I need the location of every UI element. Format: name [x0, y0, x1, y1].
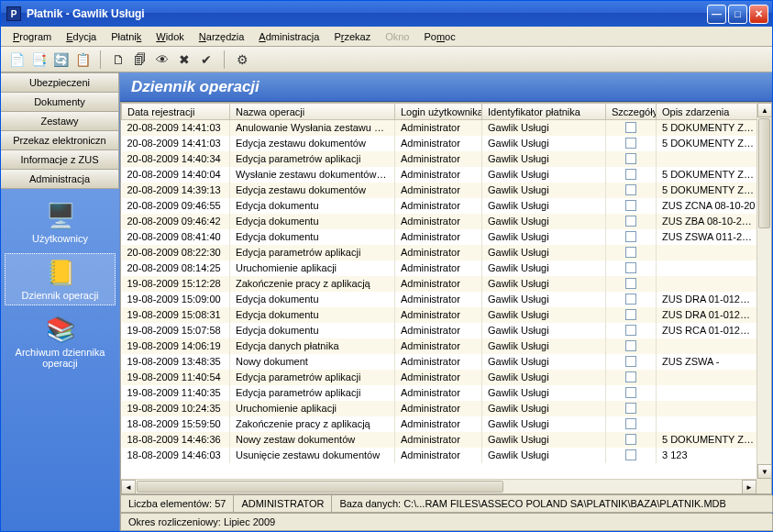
table-row[interactable]: 19-08-2009 14:06:19Edycja danych płatnik… — [122, 338, 757, 354]
toolbar-btn-3[interactable]: 🔄 — [50, 50, 71, 70]
cell-details[interactable] — [606, 338, 657, 354]
table-row[interactable]: 19-08-2009 15:07:58Edycja dokumentuAdmin… — [122, 323, 757, 338]
sidebar-tab-administracja[interactable]: Administracja — [1, 169, 119, 189]
cell-details[interactable] — [606, 416, 657, 432]
table-row[interactable]: 19-08-2009 15:09:00Edycja dokumentuAdmin… — [122, 292, 757, 307]
sidebar-item-archiwum[interactable]: 📚 Archiwum dziennika operacji — [5, 311, 116, 372]
checkbox-icon[interactable] — [625, 403, 636, 414]
toolbar-check-icon[interactable]: ✔ — [196, 50, 216, 70]
checkbox-icon[interactable] — [625, 184, 636, 195]
col-description[interactable]: Opis zdarzenia — [657, 104, 757, 120]
cell-details[interactable] — [606, 432, 657, 448]
checkbox-icon[interactable] — [625, 387, 636, 398]
menu-administracja[interactable]: Administracja — [252, 29, 326, 44]
menu-program[interactable]: Program — [6, 29, 58, 44]
menu-platnik[interactable]: Płatnik — [105, 29, 148, 44]
hscroll-thumb[interactable] — [137, 481, 503, 493]
table-row[interactable]: 19-08-2009 15:08:31Edycja dokumentuAdmin… — [122, 307, 757, 323]
scroll-down-icon[interactable]: ▼ — [757, 464, 772, 479]
checkbox-icon[interactable] — [625, 371, 636, 382]
table-row[interactable]: 20-08-2009 09:46:42Edycja dokumentuAdmin… — [122, 214, 757, 229]
checkbox-icon[interactable] — [625, 356, 636, 367]
sidebar-tab-przekaz[interactable]: Przekaz elektroniczn — [1, 130, 119, 150]
cell-details[interactable] — [606, 198, 657, 214]
menu-widok[interactable]: Widok — [149, 29, 191, 44]
checkbox-icon[interactable] — [625, 434, 636, 445]
table-row[interactable]: 20-08-2009 14:41:03Anulowanie Wysłania z… — [122, 120, 757, 136]
menu-narzedzia[interactable]: Narzędzia — [193, 29, 251, 44]
checkbox-icon[interactable] — [625, 169, 636, 180]
table-row[interactable]: 18-08-2009 14:46:36Nowy zestaw dokumentó… — [122, 432, 757, 448]
horizontal-scrollbar[interactable]: ◄ ► — [121, 479, 756, 493]
cell-details[interactable] — [606, 214, 657, 229]
toolbar-delete-icon[interactable]: ✖ — [174, 50, 194, 70]
cell-details[interactable] — [606, 245, 657, 260]
checkbox-icon[interactable] — [625, 247, 636, 258]
menu-edycja[interactable]: Edycja — [60, 29, 103, 44]
scroll-left-icon[interactable]: ◄ — [121, 480, 136, 494]
table-row[interactable]: 20-08-2009 14:40:04Wysłanie zestawu doku… — [122, 167, 757, 183]
cell-details[interactable] — [606, 323, 657, 338]
cell-details[interactable] — [606, 183, 657, 198]
scroll-right-icon[interactable]: ► — [742, 480, 756, 494]
table-row[interactable]: 18-08-2009 15:59:50Zakończenie pracy z a… — [122, 416, 757, 432]
cell-details[interactable] — [606, 260, 657, 276]
toolbar-filter-icon[interactable]: ⚙ — [232, 50, 252, 70]
menu-przekaz[interactable]: Przekaz — [327, 29, 377, 44]
checkbox-icon[interactable] — [625, 216, 636, 227]
cell-details[interactable] — [606, 136, 657, 151]
sidebar-tab-zestawy[interactable]: Zestawy — [1, 111, 119, 131]
cell-details[interactable] — [606, 229, 657, 245]
cell-details[interactable] — [606, 401, 657, 416]
maximize-button[interactable]: □ — [728, 5, 747, 24]
checkbox-icon[interactable] — [625, 340, 636, 351]
grid-scroll[interactable]: Data rejestracji Nazwa operacji Login uż… — [121, 103, 756, 479]
checkbox-icon[interactable] — [625, 153, 636, 164]
cell-details[interactable] — [606, 370, 657, 385]
minimize-button[interactable]: — — [707, 5, 726, 24]
sidebar-tab-ubezpieczeni[interactable]: Ubezpieczeni — [1, 72, 119, 93]
col-operation[interactable]: Nazwa operacji — [230, 104, 395, 120]
checkbox-icon[interactable] — [625, 262, 636, 273]
sidebar-item-dziennik[interactable]: 📒 Dziennik operacji — [5, 253, 116, 305]
table-row[interactable]: 20-08-2009 14:39:13Edycja zestawu dokume… — [122, 183, 757, 198]
table-row[interactable]: 19-08-2009 11:40:35Edycja parametrów apl… — [122, 385, 757, 401]
checkbox-icon[interactable] — [625, 231, 636, 242]
cell-details[interactable] — [606, 167, 657, 183]
table-row[interactable]: 19-08-2009 10:24:35Uruchomienie aplikacj… — [122, 401, 757, 416]
cell-details[interactable] — [606, 292, 657, 307]
col-payer-id[interactable]: Identyfikator płatnika — [482, 104, 606, 120]
table-row[interactable]: 19-08-2009 15:12:28Zakończenie pracy z a… — [122, 276, 757, 292]
vscroll-thumb[interactable] — [758, 118, 770, 228]
checkbox-icon[interactable] — [625, 294, 636, 305]
scroll-up-icon[interactable]: ▲ — [757, 103, 772, 117]
table-row[interactable]: 20-08-2009 14:41:03Edycja zestawu dokume… — [122, 136, 757, 151]
checkbox-icon[interactable] — [625, 278, 636, 289]
toolbar-btn-4[interactable]: 📋 — [72, 50, 93, 70]
checkbox-icon[interactable] — [625, 449, 636, 460]
col-login[interactable]: Login użytkownika — [395, 104, 482, 120]
table-row[interactable]: 20-08-2009 08:41:40Edycja dokumentuAdmin… — [122, 229, 757, 245]
cell-details[interactable] — [606, 448, 657, 463]
col-details[interactable]: Szczegóły — [606, 104, 657, 120]
menu-pomoc[interactable]: Pomoc — [417, 29, 461, 44]
cell-details[interactable] — [606, 120, 657, 136]
table-row[interactable]: 19-08-2009 13:48:35Nowy dokumentAdminist… — [122, 354, 757, 370]
checkbox-icon[interactable] — [625, 122, 636, 133]
cell-details[interactable] — [606, 151, 657, 167]
col-date[interactable]: Data rejestracji — [122, 104, 230, 120]
toolbar-new-icon[interactable]: 🗋 — [108, 50, 128, 70]
toolbar-view-icon[interactable]: 👁 — [152, 50, 172, 70]
close-button[interactable]: ✕ — [749, 5, 768, 24]
cell-details[interactable] — [606, 385, 657, 401]
cell-details[interactable] — [606, 307, 657, 323]
table-row[interactable]: 19-08-2009 11:40:54Edycja parametrów apl… — [122, 370, 757, 385]
checkbox-icon[interactable] — [625, 138, 636, 149]
toolbar-btn-2[interactable]: 📑 — [28, 50, 49, 70]
table-row[interactable]: 18-08-2009 14:46:03Usunięcie zestawu dok… — [122, 448, 757, 463]
toolbar-copy-icon[interactable]: 🗐 — [130, 50, 150, 70]
table-row[interactable]: 20-08-2009 08:14:25Uruchomienie aplikacj… — [122, 260, 757, 276]
vertical-scrollbar[interactable]: ▲ ▼ — [756, 103, 771, 479]
table-row[interactable]: 20-08-2009 14:40:34Edycja parametrów apl… — [122, 151, 757, 167]
checkbox-icon[interactable] — [625, 325, 636, 336]
